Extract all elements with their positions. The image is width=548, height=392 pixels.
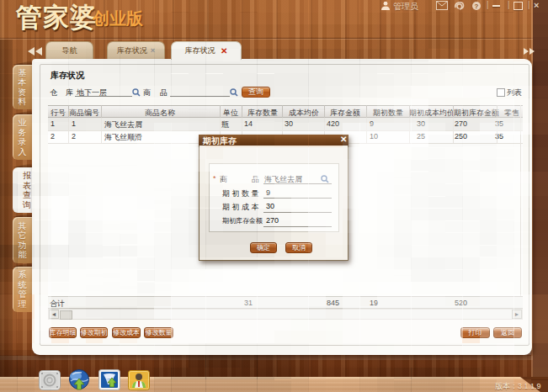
svg-text:?: ? [475,3,479,10]
